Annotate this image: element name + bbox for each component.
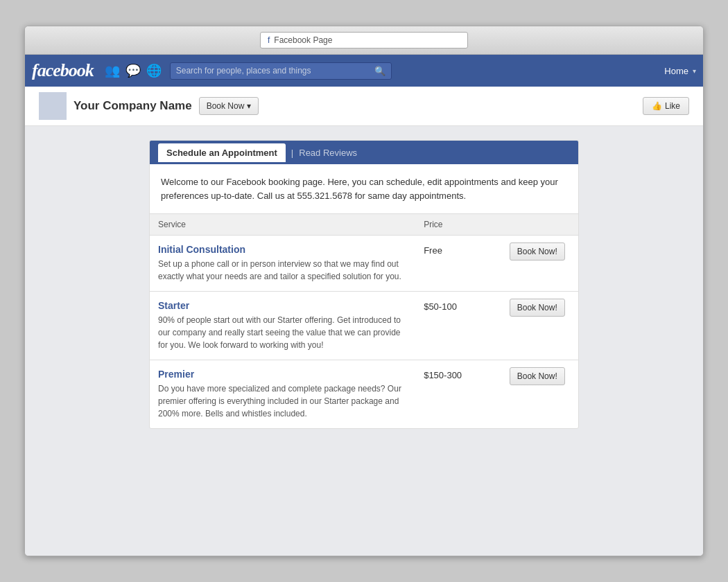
like-icon: 👍 <box>652 101 662 111</box>
main-content: Schedule an Appointment | Read Reviews W… <box>25 126 703 556</box>
welcome-text: Welcome to our Facebook booking page. He… <box>161 175 567 202</box>
tab-schedule[interactable]: Schedule an Appointment <box>158 143 286 162</box>
tab-separator: | <box>291 148 293 158</box>
book-now-service-button[interactable]: Book Now! <box>510 367 565 385</box>
table-row: Premier Do you have more specialized and… <box>150 360 578 429</box>
price-cell: $50-100 <box>415 292 501 360</box>
book-now-button[interactable]: Book Now ▾ <box>199 97 259 115</box>
facebook-favicon: f <box>268 35 270 45</box>
book-now-arrow: ▾ <box>247 101 251 111</box>
action-cell: Book Now! <box>501 292 578 360</box>
action-cell: Book Now! <box>501 360 578 429</box>
book-now-service-button[interactable]: Book Now! <box>510 299 565 317</box>
table-row: Initial Consultation Set up a phone call… <box>150 236 578 292</box>
services-list: Initial Consultation Set up a phone call… <box>150 236 578 429</box>
search-input[interactable] <box>176 66 374 76</box>
service-cell: Initial Consultation Set up a phone call… <box>150 236 415 292</box>
price-cell: Free <box>415 236 501 292</box>
browser-window: f Facebook Page facebook 👥 💬 🌐 🔍 Home ▾ … <box>24 26 704 556</box>
welcome-section: Welcome to our Facebook booking page. He… <box>150 164 578 214</box>
book-now-label: Book Now <box>207 101 245 111</box>
service-col-header: Service <box>150 214 415 236</box>
price-cell: $150-300 <box>415 360 501 429</box>
like-button[interactable]: 👍 Like <box>643 97 689 115</box>
home-link[interactable]: Home <box>664 66 688 76</box>
company-logo <box>39 92 67 120</box>
service-description: 90% of people start out with our Starter… <box>158 315 401 350</box>
service-name[interactable]: Premier <box>158 369 407 380</box>
search-bar[interactable]: 🔍 <box>170 62 392 80</box>
company-name: Your Company Name <box>73 99 192 113</box>
address-bar: f Facebook Page <box>260 32 468 48</box>
table-row: Starter 90% of people start out with our… <box>150 292 578 360</box>
address-bar-text: Facebook Page <box>274 35 332 45</box>
service-cell: Starter 90% of people start out with our… <box>150 292 415 360</box>
messages-icon[interactable]: 💬 <box>125 63 141 78</box>
service-name[interactable]: Initial Consultation <box>158 244 407 255</box>
page-header: Your Company Name Book Now ▾ 👍 Like <box>25 87 703 126</box>
nav-icons: 👥 💬 🌐 <box>105 63 162 78</box>
facebook-logo: facebook <box>32 60 94 81</box>
nav-right: Home ▾ <box>664 66 696 76</box>
service-name[interactable]: Starter <box>158 300 407 311</box>
friends-icon[interactable]: 👥 <box>105 63 120 78</box>
service-cell: Premier Do you have more specialized and… <box>150 360 415 429</box>
book-now-service-button[interactable]: Book Now! <box>510 242 565 261</box>
browser-chrome: f Facebook Page <box>25 26 703 55</box>
services-table: Service Price Initial Consultation Set u… <box>150 214 578 428</box>
like-label: Like <box>665 101 680 111</box>
action-cell: Book Now! <box>501 236 578 292</box>
facebook-navbar: facebook 👥 💬 🌐 🔍 Home ▾ <box>25 55 703 87</box>
content-panel: Schedule an Appointment | Read Reviews W… <box>149 140 579 429</box>
globe-icon[interactable]: 🌐 <box>146 63 162 78</box>
service-description: Do you have more specialized and complet… <box>158 384 401 418</box>
search-button[interactable]: 🔍 <box>374 66 385 76</box>
nav-dropdown-arrow[interactable]: ▾ <box>693 67 696 75</box>
tab-read-reviews[interactable]: Read Reviews <box>299 148 357 158</box>
price-col-header: Price <box>415 214 501 236</box>
tab-bar: Schedule an Appointment | Read Reviews <box>150 141 578 164</box>
table-header: Service Price <box>150 214 578 236</box>
service-description: Set up a phone call or in person intervi… <box>158 259 401 281</box>
action-col-header <box>501 214 578 236</box>
